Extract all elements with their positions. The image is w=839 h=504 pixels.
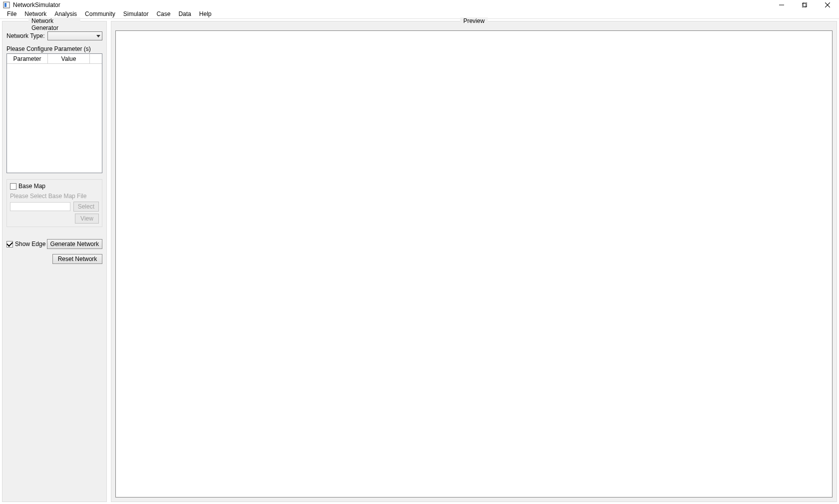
preview-title: Preview [460, 17, 488, 24]
base-map-hint: Please Select Base Map File [10, 193, 99, 200]
generator-controls: Show Edge Generate Network Reset Network [6, 239, 102, 264]
menu-analysis[interactable]: Analysis [50, 10, 81, 17]
base-map-label: Base Map [18, 183, 45, 190]
svg-rect-4 [803, 2, 807, 6]
menu-network[interactable]: Network [20, 10, 50, 17]
preview-panel: Preview [111, 21, 837, 502]
app-icon [3, 1, 10, 8]
menu-case[interactable]: Case [152, 10, 174, 17]
title-bar: NetworkSimulator [0, 0, 839, 10]
network-generator-panel: Network Generator Network Type: Please C… [2, 21, 107, 502]
view-base-map-button: View [75, 214, 99, 224]
menu-bar: File Network Analysis Community Simulato… [0, 10, 839, 19]
parameter-table-header: Parameter Value [7, 54, 102, 64]
base-map-file-input [10, 202, 70, 211]
close-button[interactable] [816, 0, 839, 10]
parameter-table-body [7, 64, 102, 173]
select-base-map-button: Select [73, 202, 99, 212]
app-title: NetworkSimulator [13, 1, 60, 8]
svg-rect-3 [802, 3, 806, 7]
window-controls [770, 0, 839, 10]
chevron-down-icon [96, 35, 100, 37]
menu-help[interactable]: Help [195, 10, 216, 17]
configure-parameters-label: Please Configure Parameter (s) [6, 45, 102, 52]
network-type-combobox[interactable] [47, 31, 102, 40]
maximize-button[interactable] [793, 0, 816, 10]
menu-simulator[interactable]: Simulator [119, 10, 153, 17]
svg-rect-1 [4, 3, 6, 7]
network-type-label: Network Type: [6, 32, 44, 39]
menu-community[interactable]: Community [81, 10, 119, 17]
base-map-checkbox[interactable] [10, 183, 16, 190]
main-area: Network Generator Network Type: Please C… [0, 19, 839, 504]
preview-canvas[interactable] [115, 30, 833, 498]
menu-file[interactable]: File [3, 10, 20, 17]
network-generator-title: Network Generator [28, 17, 80, 31]
minimize-button[interactable] [770, 0, 793, 10]
menu-data[interactable]: Data [174, 10, 195, 17]
reset-network-button[interactable]: Reset Network [52, 254, 102, 264]
parameter-column-header[interactable]: Parameter [7, 54, 48, 63]
base-map-section: Base Map Please Select Base Map File Sel… [6, 179, 102, 227]
show-edge-label: Show Edge [15, 241, 45, 248]
empty-column-header [90, 54, 102, 63]
show-edge-checkbox[interactable] [6, 241, 13, 248]
generate-network-button[interactable]: Generate Network [47, 239, 102, 249]
value-column-header[interactable]: Value [48, 54, 90, 63]
parameter-table[interactable]: Parameter Value [6, 53, 102, 173]
